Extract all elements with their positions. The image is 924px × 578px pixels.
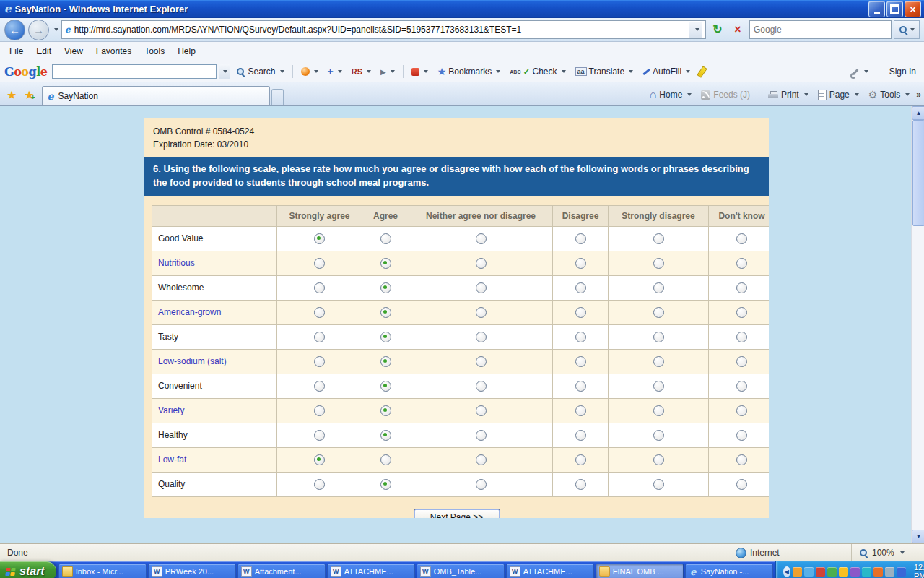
radio-quality-strongly-disagree[interactable]	[653, 479, 664, 490]
radio-nutritious-agree[interactable]	[380, 258, 391, 269]
radio-good-value-strongly-disagree[interactable]	[653, 233, 664, 244]
history-dropdown-icon[interactable]	[54, 28, 58, 31]
radio-nutritious-don-t-know[interactable]	[736, 258, 747, 269]
next-page-button[interactable]: Next Page >>	[414, 509, 500, 518]
radio-low-fat-strongly-disagree[interactable]	[653, 454, 664, 465]
address-field[interactable]: e http://mrd.saynation.com/MRDSAYNATION/…	[61, 20, 706, 39]
radio-wholesome-strongly-disagree[interactable]	[653, 282, 664, 293]
print-button[interactable]: Print	[765, 88, 811, 101]
radio-good-value-disagree[interactable]	[575, 233, 586, 244]
radio-quality-disagree[interactable]	[575, 479, 586, 490]
highlighter-button[interactable]	[696, 65, 708, 79]
radio-tasty-neither-agree-nor-disagree[interactable]	[476, 332, 487, 342]
radio-variety-neither-agree-nor-disagree[interactable]	[476, 405, 487, 416]
radio-convenient-strongly-disagree[interactable]	[653, 381, 664, 392]
search-go-button[interactable]	[894, 20, 920, 39]
radio-quality-don-t-know[interactable]	[736, 479, 747, 490]
radio-healthy-neither-agree-nor-disagree[interactable]	[476, 430, 487, 441]
tray-icon-4[interactable]	[827, 567, 837, 577]
radio-low-sodium-salt-don-t-know[interactable]	[736, 356, 747, 367]
radio-american-grown-don-t-know[interactable]	[736, 307, 747, 318]
radio-good-value-don-t-know[interactable]	[736, 233, 747, 244]
spellcheck-button[interactable]: ABC ✓ Check	[506, 65, 569, 78]
radio-variety-don-t-know[interactable]	[736, 405, 747, 416]
radio-american-grown-agree[interactable]	[380, 307, 391, 318]
tab-saynation[interactable]: e SayNation	[42, 86, 270, 105]
radio-low-fat-neither-agree-nor-disagree[interactable]	[476, 454, 487, 465]
radio-nutritious-neither-agree-nor-disagree[interactable]	[476, 258, 487, 269]
tray-collapse-button[interactable]: ◀	[783, 566, 790, 577]
sign-in-button[interactable]: Sign In	[886, 65, 920, 78]
radio-variety-disagree[interactable]	[575, 405, 586, 416]
menu-help[interactable]: Help	[171, 43, 202, 59]
radio-tasty-agree[interactable]	[380, 332, 391, 342]
radio-low-sodium-salt-disagree[interactable]	[575, 356, 586, 367]
radio-healthy-agree[interactable]	[380, 430, 391, 441]
tray-icon-3[interactable]	[816, 567, 825, 577]
radio-convenient-neither-agree-nor-disagree[interactable]	[476, 381, 487, 392]
menu-edit[interactable]: Edit	[30, 43, 58, 59]
radio-wholesome-disagree[interactable]	[575, 282, 586, 293]
search-box[interactable]	[749, 20, 892, 39]
radio-low-sodium-salt-neither-agree-nor-disagree[interactable]	[476, 356, 487, 367]
scrollbar-thumb[interactable]	[912, 120, 924, 226]
radio-american-grown-strongly-agree[interactable]	[314, 307, 325, 318]
radio-variety-strongly-agree[interactable]	[314, 405, 325, 416]
radio-low-fat-disagree[interactable]	[575, 454, 586, 465]
radio-tasty-disagree[interactable]	[575, 332, 586, 342]
menu-tools[interactable]: Tools	[138, 43, 171, 59]
tray-icon-7[interactable]	[862, 567, 871, 577]
feeds-button[interactable]: Feeds (J)	[698, 88, 753, 101]
radio-american-grown-disagree[interactable]	[575, 307, 586, 318]
taskbar-item-attachme[interactable]: WATTACHME...	[327, 564, 415, 578]
menu-file[interactable]: File	[3, 43, 30, 59]
radio-healthy-disagree[interactable]	[575, 430, 586, 441]
search-input[interactable]	[750, 25, 891, 35]
radio-convenient-disagree[interactable]	[575, 381, 586, 392]
radio-low-sodium-salt-agree[interactable]	[380, 356, 391, 367]
taskbar-item-inbox-micr[interactable]: Inbox - Micr...	[58, 564, 147, 578]
radio-wholesome-strongly-agree[interactable]	[314, 282, 325, 293]
google-search-dropdown[interactable]	[219, 64, 230, 79]
radio-healthy-strongly-agree[interactable]	[314, 430, 325, 441]
tray-icon-6[interactable]	[850, 567, 860, 577]
new-tab-stub[interactable]	[271, 89, 284, 105]
radio-wholesome-neither-agree-nor-disagree[interactable]	[476, 282, 487, 293]
radio-variety-strongly-disagree[interactable]	[653, 405, 664, 416]
radio-healthy-strongly-disagree[interactable]	[653, 430, 664, 441]
refresh-button[interactable]: ↻	[709, 21, 726, 38]
toolbar-overflow-button[interactable]: »	[916, 90, 921, 100]
tray-icon-8[interactable]	[873, 567, 883, 577]
radio-low-fat-don-t-know[interactable]	[736, 454, 747, 465]
radio-tasty-don-t-know[interactable]	[736, 332, 747, 342]
autofill-button[interactable]: AutoFill	[639, 65, 694, 78]
radio-quality-agree[interactable]	[380, 479, 391, 490]
tray-icon-2[interactable]	[804, 567, 814, 577]
maximize-button[interactable]	[886, 1, 903, 17]
zoom-control[interactable]: 100%	[851, 544, 924, 561]
scrollbar-down-button[interactable]: ▼	[912, 530, 924, 543]
add-favorite-button[interactable]: ★+	[20, 90, 38, 105]
taskbar-item-attachment[interactable]: WAttachment...	[237, 564, 326, 578]
minimize-button[interactable]	[868, 1, 885, 17]
taskbar-item-attachme[interactable]: WATTACHME...	[506, 564, 594, 578]
forward-button[interactable]: →	[28, 20, 49, 40]
bookmarks-button[interactable]: ★ Bookmarks	[434, 65, 505, 78]
radio-wholesome-agree[interactable]	[380, 282, 391, 293]
radio-wholesome-don-t-know[interactable]	[736, 282, 747, 293]
toolbar-rs-button[interactable]: RS	[348, 66, 375, 77]
favorites-center-button[interactable]: ★	[3, 90, 20, 105]
taskbar-item-saynation[interactable]: eSayNation -...	[685, 564, 773, 578]
radio-quality-neither-agree-nor-disagree[interactable]	[476, 479, 487, 490]
google-search-button[interactable]: Search	[232, 65, 287, 78]
tray-icon-1[interactable]	[793, 567, 802, 577]
radio-american-grown-strongly-disagree[interactable]	[653, 307, 664, 318]
close-button[interactable]: ×	[905, 1, 921, 17]
taskbar-item-final-omb[interactable]: FINAL OMB ...	[596, 564, 684, 578]
google-toolbar-search-input[interactable]	[52, 64, 217, 79]
radio-american-grown-neither-agree-nor-disagree[interactable]	[476, 307, 487, 318]
tray-icon-10[interactable]	[897, 567, 906, 577]
home-button[interactable]: ⌂ Home	[647, 87, 695, 102]
taskbar-item-prweek-20[interactable]: WPRWeek 20...	[148, 564, 236, 578]
radio-good-value-strongly-agree[interactable]	[314, 233, 325, 244]
